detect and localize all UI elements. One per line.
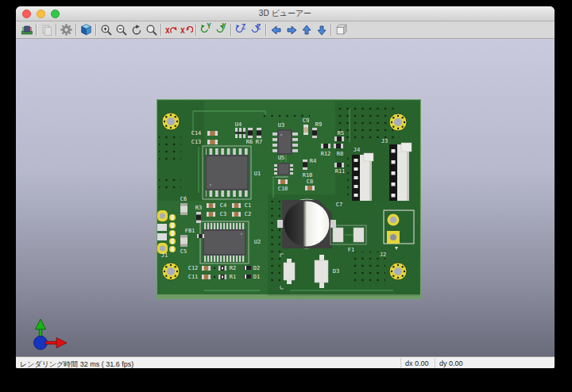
svg-text:R3: R3 xyxy=(195,205,202,211)
svg-text:U1: U1 xyxy=(254,171,261,177)
render-options-button[interactable] xyxy=(59,22,74,37)
zoom-to-fit-button[interactable] xyxy=(144,22,159,37)
rotate-y-ccw-icon: Y xyxy=(214,23,228,37)
svg-text:R9: R9 xyxy=(315,121,322,128)
svg-text:J3: J3 xyxy=(381,138,388,144)
rotate-x-cw-icon: X xyxy=(164,23,178,37)
svg-text:F1: F1 xyxy=(348,247,354,253)
svg-text:J4: J4 xyxy=(354,147,360,153)
svg-text:R11: R11 xyxy=(335,168,346,175)
resistor-r11 xyxy=(334,163,344,167)
move-left-button[interactable] xyxy=(269,22,284,37)
svg-text:C4: C4 xyxy=(220,202,226,209)
redraw-button[interactable] xyxy=(129,22,144,37)
resistor-r4 xyxy=(303,159,307,170)
zoom-out-button[interactable] xyxy=(114,22,129,37)
statusbar: レンダリング時間 32 ms ( 31.6 fps) dx 0.00 dy 0.… xyxy=(16,356,555,368)
copy-icon xyxy=(41,24,53,37)
svg-text:C13: C13 xyxy=(191,139,202,145)
close-button[interactable] xyxy=(22,10,31,18)
ic-u2 xyxy=(200,221,249,263)
capacitor-c3 xyxy=(207,212,215,217)
gear-icon xyxy=(60,23,73,37)
rotate-z-cw-button[interactable]: Z xyxy=(234,22,249,37)
ic-u4 xyxy=(235,128,245,138)
svg-text:R4: R4 xyxy=(310,158,316,164)
capacitor-c10 xyxy=(278,179,288,184)
orthographic-projection-button[interactable] xyxy=(334,22,349,37)
3d-viewer-window: 3D ビューアー xyxy=(16,6,555,368)
arrow-left-icon xyxy=(270,24,283,37)
window-title: 3D ビューアー xyxy=(259,8,311,19)
reload-board-button[interactable] xyxy=(19,22,34,37)
mounting-hole xyxy=(389,263,407,280)
svg-text:C3: C3 xyxy=(220,211,226,217)
move-up-button[interactable] xyxy=(299,22,314,37)
ortho-cube-icon xyxy=(334,23,348,37)
zoom-button[interactable] xyxy=(51,10,60,18)
connector-j3 xyxy=(389,143,412,201)
svg-text:C11: C11 xyxy=(188,274,199,280)
rotate-x-cw-button[interactable]: X xyxy=(164,22,179,37)
svg-text:C7: C7 xyxy=(336,202,342,208)
render-engine-button[interactable] xyxy=(79,22,94,37)
svg-text:D2: D2 xyxy=(253,265,260,271)
svg-text:J2: J2 xyxy=(380,252,386,258)
svg-text:C6: C6 xyxy=(180,196,187,202)
svg-text:U4: U4 xyxy=(235,121,242,128)
svg-text:C5: C5 xyxy=(180,248,187,255)
rotate-y-cw-icon: Y xyxy=(199,23,213,37)
svg-text:R2: R2 xyxy=(230,265,236,271)
toolbar-separator xyxy=(160,24,162,36)
move-down-button[interactable] xyxy=(314,22,329,37)
capacitor-c14 xyxy=(207,131,218,136)
capacitor-c9 xyxy=(303,125,308,135)
rotate-z-ccw-button[interactable]: Z xyxy=(249,22,264,37)
capacitor-c6 xyxy=(180,203,187,215)
move-right-button[interactable] xyxy=(284,22,299,37)
resistor-r2 xyxy=(218,266,226,271)
rotate-y-cw-button[interactable]: Y xyxy=(199,22,214,37)
resistor-r1 xyxy=(218,275,226,279)
toolbar-separator xyxy=(330,24,332,36)
resistor-r3 xyxy=(196,212,201,223)
x-axis-arrow xyxy=(45,338,67,348)
svg-text:U3: U3 xyxy=(278,122,284,129)
resistor-r8 xyxy=(334,144,343,148)
svg-text:C2: C2 xyxy=(245,211,251,217)
toolbar-separator xyxy=(95,24,97,36)
board-reload-icon xyxy=(21,24,33,37)
viewport-3d[interactable]: C14 C13 U4 R6 R7 U3 C9 R9 R5 R12 R8 J4 J… xyxy=(16,39,555,356)
svg-text:U2: U2 xyxy=(254,239,261,245)
svg-text:R7: R7 xyxy=(256,139,262,145)
mounting-hole xyxy=(389,113,407,131)
rotate-x-ccw-button[interactable]: X xyxy=(179,22,194,37)
capacitor-c2 xyxy=(232,212,241,217)
traffic-lights xyxy=(22,6,60,21)
zoom-in-button[interactable] xyxy=(99,22,114,37)
toolbar: X X Y Y xyxy=(16,21,555,39)
toolbar-separator xyxy=(230,24,232,36)
svg-text:R1: R1 xyxy=(230,274,236,280)
dy-value: dy 0.00 xyxy=(439,359,463,367)
copy-to-clipboard-button[interactable] xyxy=(39,22,54,37)
ic-u3 xyxy=(272,129,298,155)
blue-cube-icon xyxy=(79,23,93,37)
rotate-y-ccw-button[interactable]: Y xyxy=(214,22,229,37)
capacitor-c13 xyxy=(207,140,218,144)
statusbar-separator xyxy=(435,358,435,368)
minimize-button[interactable] xyxy=(37,10,45,18)
arrow-up-icon xyxy=(300,24,313,37)
capacitor-c8 xyxy=(305,186,315,190)
svg-text:R10: R10 xyxy=(303,172,313,179)
svg-text:C10: C10 xyxy=(278,186,288,192)
capacitor-c4 xyxy=(207,203,215,208)
svg-text:C8: C8 xyxy=(307,179,313,185)
ferrite-bead-fb1 xyxy=(197,234,204,238)
capacitor-c1 xyxy=(232,203,241,208)
arrow-down-icon xyxy=(315,24,328,37)
svg-text:C9: C9 xyxy=(303,117,309,124)
svg-text:X: X xyxy=(180,26,185,35)
svg-text:R12: R12 xyxy=(321,151,331,157)
toolbar-separator xyxy=(56,24,57,36)
